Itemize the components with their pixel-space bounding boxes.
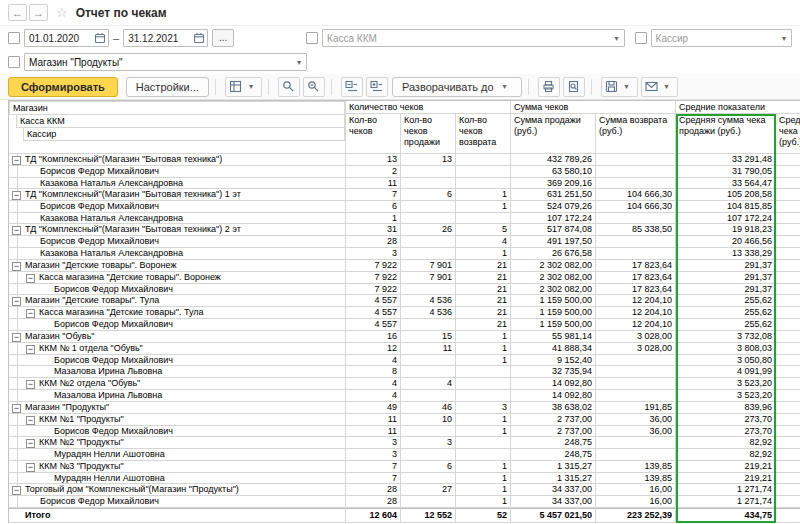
value-cell[interactable] <box>456 154 511 166</box>
collapse-icon[interactable]: − <box>12 333 21 342</box>
table-row[interactable]: −Торговый дом "Комплексный"(Магазин "Про… <box>9 484 800 496</box>
value-cell[interactable] <box>776 272 800 284</box>
group-header-sum[interactable]: Сумма чеков <box>511 101 676 114</box>
collapse-icon[interactable]: − <box>12 297 21 306</box>
value-cell[interactable]: 219,21 <box>676 473 776 485</box>
value-cell[interactable]: 17 823,64 <box>596 284 676 296</box>
email-button[interactable]: ▾ <box>641 77 678 97</box>
value-cell[interactable]: 10 <box>401 414 456 426</box>
value-cell[interactable]: 20 466,56 <box>676 236 776 248</box>
collapse-icon[interactable]: − <box>26 309 35 318</box>
value-cell[interactable] <box>776 189 800 201</box>
value-cell[interactable]: 1 <box>456 484 511 496</box>
print-preview-button[interactable] <box>563 77 585 97</box>
store-filter-combo[interactable]: Магазин "Продукты" ▾ <box>24 53 307 71</box>
value-cell[interactable] <box>401 213 456 225</box>
value-cell[interactable]: 9 152,40 <box>511 355 596 367</box>
value-cell[interactable] <box>596 390 676 402</box>
value-cell[interactable] <box>596 355 676 367</box>
value-cell[interactable]: 21 <box>456 319 511 331</box>
value-cell[interactable] <box>776 508 800 523</box>
value-cell[interactable]: 2 <box>346 166 401 178</box>
value-cell[interactable] <box>776 461 800 473</box>
table-row[interactable]: −ТД "Комплексный"(Магазин "Бытовая техни… <box>9 154 800 166</box>
value-cell[interactable]: 21 <box>456 295 511 307</box>
collapse-icon[interactable]: − <box>12 191 21 200</box>
value-cell[interactable]: 4 091,99 <box>676 366 776 378</box>
value-cell[interactable] <box>776 484 800 496</box>
col-header-sum-sale[interactable]: Сумма продажи (руб.) <box>511 114 596 154</box>
value-cell[interactable]: 4 <box>346 390 401 402</box>
value-cell[interactable]: 1 315,27 <box>511 461 596 473</box>
row-label-cell[interactable]: −Магазин "Продукты" <box>9 402 346 414</box>
value-cell[interactable]: 3 028,00 <box>596 331 676 343</box>
value-cell[interactable]: 7 922 <box>346 284 401 296</box>
value-cell[interactable]: 273,70 <box>676 426 776 438</box>
value-cell[interactable] <box>456 449 511 461</box>
table-row[interactable]: Мурадян Нелли Ашотовна3248,7582,92 <box>9 449 800 461</box>
table-row[interactable]: −Магазин "Продукты"4946338 638,02191,858… <box>9 402 800 414</box>
value-cell[interactable]: 85 338,50 <box>596 224 676 236</box>
collapse-icon[interactable]: − <box>12 404 21 413</box>
collapse-icon[interactable]: − <box>26 463 35 472</box>
value-cell[interactable] <box>401 284 456 296</box>
value-cell[interactable] <box>776 248 800 260</box>
value-cell[interactable]: 432 789,26 <box>511 154 596 166</box>
search-button[interactable] <box>278 77 300 97</box>
value-cell[interactable]: 15 <box>401 331 456 343</box>
value-cell[interactable] <box>776 402 800 414</box>
value-cell[interactable]: 38 638,02 <box>511 402 596 414</box>
value-cell[interactable]: 2 737,00 <box>511 426 596 438</box>
value-cell[interactable]: 7 922 <box>346 272 401 284</box>
value-cell[interactable]: 4 557 <box>346 295 401 307</box>
table-row[interactable]: Борисов Федор Михайлович4 557211 159 500… <box>9 319 800 331</box>
value-cell[interactable]: 3 808,03 <box>676 343 776 355</box>
col-header-qty-sale[interactable]: Кол-во чеков продажи <box>401 114 456 154</box>
table-row[interactable]: −Магазин "Обувь"1615155 981,143 028,003 … <box>9 331 800 343</box>
row-label-cell[interactable]: Борисов Федор Михайлович <box>9 319 346 331</box>
value-cell[interactable]: 255,62 <box>676 307 776 319</box>
collapse-icon[interactable]: − <box>26 345 35 354</box>
row-label-cell[interactable]: Борисов Федор Михайлович <box>9 426 346 438</box>
value-cell[interactable]: 28 <box>346 496 401 508</box>
print-button[interactable] <box>538 77 560 97</box>
value-cell[interactable]: 26 <box>401 224 456 236</box>
value-cell[interactable] <box>596 437 676 449</box>
value-cell[interactable] <box>401 236 456 248</box>
value-cell[interactable] <box>776 307 800 319</box>
kassa-filter-combo[interactable]: Касса ККМ ▾ <box>322 29 625 47</box>
value-cell[interactable]: 1 159 500,00 <box>511 295 596 307</box>
row-label-cell[interactable]: −ТД "Комплексный"(Магазин "Бытовая техни… <box>9 224 346 236</box>
value-cell[interactable]: 1 271,74 <box>676 484 776 496</box>
row-label-cell[interactable]: Борисов Федор Михайлович <box>9 201 346 213</box>
value-cell[interactable]: 4 557 <box>346 307 401 319</box>
value-cell[interactable]: 1 <box>456 201 511 213</box>
value-cell[interactable]: 1 159 500,00 <box>511 319 596 331</box>
value-cell[interactable]: 3 523,20 <box>676 390 776 402</box>
expand-to-button[interactable]: Разворачивать до ▾ <box>392 77 522 97</box>
value-cell[interactable]: 248,75 <box>511 437 596 449</box>
table-row[interactable]: −Магазин "Детские товары". Тула4 5574 53… <box>9 295 800 307</box>
value-cell[interactable] <box>776 426 800 438</box>
value-cell[interactable]: 13 <box>401 154 456 166</box>
value-cell[interactable]: 32 735,94 <box>511 366 596 378</box>
value-cell[interactable]: 2 302 082,00 <box>511 260 596 272</box>
row-label-cell[interactable]: Борисов Федор Михайлович <box>9 236 346 248</box>
value-cell[interactable]: 12 <box>346 343 401 355</box>
row-label-cell[interactable]: Мурадян Нелли Ашотовна <box>9 449 346 461</box>
value-cell[interactable]: 291,37 <box>676 272 776 284</box>
row-label-cell[interactable]: Мазалова Ирина Львовна <box>9 366 346 378</box>
value-cell[interactable]: 5 <box>456 224 511 236</box>
date-to-field[interactable]: 31.12.2021 <box>123 29 208 47</box>
collapse-icon[interactable]: − <box>26 439 35 448</box>
value-cell[interactable]: 34 337,00 <box>511 484 596 496</box>
value-cell[interactable]: 1 159 500,00 <box>511 307 596 319</box>
value-cell[interactable]: 11 <box>346 426 401 438</box>
value-cell[interactable]: 524 079,26 <box>511 201 596 213</box>
value-cell[interactable]: 3 <box>346 449 401 461</box>
value-cell[interactable]: 21 <box>456 260 511 272</box>
value-cell[interactable] <box>776 390 800 402</box>
value-cell[interactable]: 31 790,05 <box>676 166 776 178</box>
value-cell[interactable]: 17 823,64 <box>596 260 676 272</box>
value-cell[interactable]: 631 251,50 <box>511 189 596 201</box>
